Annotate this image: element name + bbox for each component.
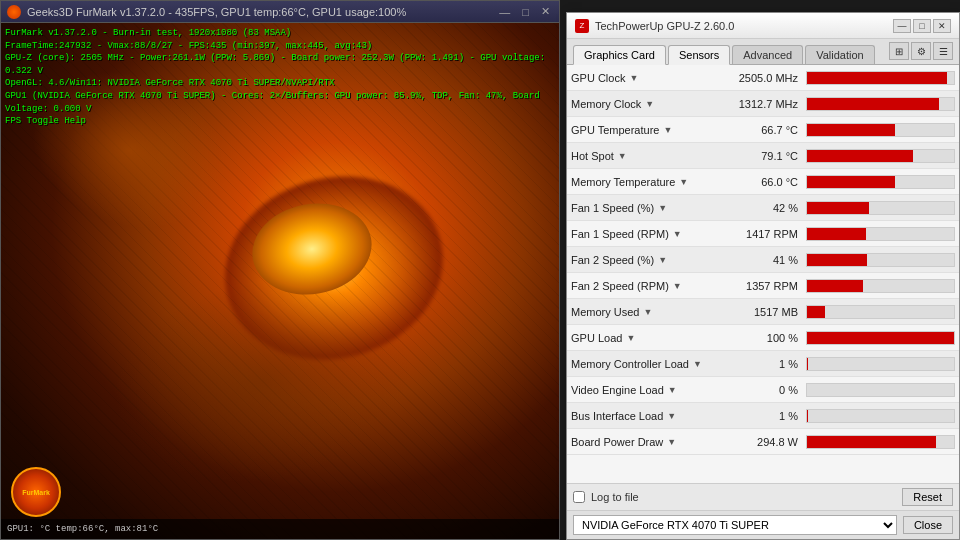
close-button[interactable]: Close (903, 516, 953, 534)
sensor-row-7: Fan 2 Speed (%) ▼41 % (567, 247, 959, 273)
sensor-row-8: Fan 2 Speed (RPM) ▼1357 RPM (567, 273, 959, 299)
dropdown-icon-13[interactable]: ▼ (667, 411, 676, 421)
sensor-value-2: 66.7 °C (726, 124, 806, 136)
furmark-titlebar[interactable]: Geeks3D FurMark v1.37.2.0 - 435FPS, GPU1… (1, 1, 559, 23)
gpuz-maximize-btn[interactable]: □ (913, 19, 931, 33)
furmark-title: Geeks3D FurMark v1.37.2.0 - 435FPS, GPU1… (27, 6, 490, 18)
furmark-maximize-btn[interactable]: □ (519, 6, 532, 18)
sensor-value-7: 41 % (726, 254, 806, 266)
gpuz-titlebar[interactable]: Z TechPowerUp GPU-Z 2.60.0 — □ ✕ (567, 13, 959, 39)
dropdown-icon-14[interactable]: ▼ (667, 437, 676, 447)
dropdown-icon-12[interactable]: ▼ (668, 385, 677, 395)
sensor-bar-10 (806, 331, 955, 345)
sensor-bar-fill-7 (807, 254, 867, 266)
dropdown-icon-4[interactable]: ▼ (679, 177, 688, 187)
sensor-row-11: Memory Controller Load ▼1 % (567, 351, 959, 377)
gpu-select[interactable]: NVIDIA GeForce RTX 4070 Ti SUPER (573, 515, 897, 535)
sensor-bar-1 (806, 97, 955, 111)
dropdown-icon-0[interactable]: ▼ (629, 73, 638, 83)
gpuz-grid-btn[interactable]: ⊞ (889, 42, 909, 60)
sensor-bar-fill-1 (807, 98, 939, 110)
sensor-bar-13 (806, 409, 955, 423)
sensor-name-5: Fan 1 Speed (%) ▼ (571, 202, 726, 214)
dropdown-icon-7[interactable]: ▼ (658, 255, 667, 265)
dropdown-icon-3[interactable]: ▼ (618, 151, 627, 161)
sensor-name-10: GPU Load ▼ (571, 332, 726, 344)
sensor-bar-2 (806, 123, 955, 137)
dropdown-icon-1[interactable]: ▼ (645, 99, 654, 109)
dropdown-icon-6[interactable]: ▼ (673, 229, 682, 239)
tab-advanced[interactable]: Advanced (732, 45, 803, 64)
sensor-bar-fill-6 (807, 228, 866, 240)
sensor-bar-fill-4 (807, 176, 895, 188)
sensor-value-11: 1 % (726, 358, 806, 370)
log-to-file-checkbox[interactable] (573, 491, 585, 503)
sensor-value-5: 42 % (726, 202, 806, 214)
gpuz-gear-btn[interactable]: ⚙ (911, 42, 931, 60)
sensor-name-9: Memory Used ▼ (571, 306, 726, 318)
dropdown-icon-10[interactable]: ▼ (626, 333, 635, 343)
sensor-value-3: 79.1 °C (726, 150, 806, 162)
sensor-row-3: Hot Spot ▼79.1 °C (567, 143, 959, 169)
gpuz-minimize-btn[interactable]: — (893, 19, 911, 33)
furmark-overlay-text: FurMark v1.37.2.0 - Burn-in test, 1920x1… (5, 27, 559, 128)
furmark-logo: FurMark (11, 467, 61, 517)
sensor-name-1: Memory Clock ▼ (571, 98, 726, 110)
sensor-bar-fill-2 (807, 124, 895, 136)
tab-sensors[interactable]: Sensors (668, 45, 730, 65)
sensor-bar-fill-10 (807, 332, 954, 344)
dropdown-icon-2[interactable]: ▼ (663, 125, 672, 135)
sensor-row-0: GPU Clock ▼2505.0 MHz (567, 65, 959, 91)
sensor-name-14: Board Power Draw ▼ (571, 436, 726, 448)
sensor-value-14: 294.8 W (726, 436, 806, 448)
tab-validation[interactable]: Validation (805, 45, 875, 64)
gpuz-close-btn[interactable]: ✕ (933, 19, 951, 33)
furmark-icon (7, 5, 21, 19)
sensor-value-13: 1 % (726, 410, 806, 422)
dropdown-icon-5[interactable]: ▼ (658, 203, 667, 213)
sensor-value-4: 66.0 °C (726, 176, 806, 188)
sensor-bar-fill-9 (807, 306, 825, 318)
sensor-name-0: GPU Clock ▼ (571, 72, 726, 84)
gpuz-title: TechPowerUp GPU-Z 2.60.0 (595, 20, 887, 32)
furmark-minimize-btn[interactable]: — (496, 6, 513, 18)
sensor-name-12: Video Engine Load ▼ (571, 384, 726, 396)
sensor-value-12: 0 % (726, 384, 806, 396)
sensor-row-5: Fan 1 Speed (%) ▼42 % (567, 195, 959, 221)
sensor-name-8: Fan 2 Speed (RPM) ▼ (571, 280, 726, 292)
furmark-close-btn[interactable]: ✕ (538, 5, 553, 18)
sensor-row-14: Board Power Draw ▼294.8 W (567, 429, 959, 455)
sensor-bar-7 (806, 253, 955, 267)
reset-button[interactable]: Reset (902, 488, 953, 506)
gpuz-window-buttons: — □ ✕ (893, 19, 951, 33)
sensor-row-9: Memory Used ▼1517 MB (567, 299, 959, 325)
sensor-row-6: Fan 1 Speed (RPM) ▼1417 RPM (567, 221, 959, 247)
sensor-name-11: Memory Controller Load ▼ (571, 358, 726, 370)
gpuz-menu-btn[interactable]: ☰ (933, 42, 953, 60)
sensor-value-1: 1312.7 MHz (726, 98, 806, 110)
sensor-bar-fill-5 (807, 202, 869, 214)
log-to-file-label: Log to file (591, 491, 896, 503)
sensor-bar-8 (806, 279, 955, 293)
dropdown-icon-11[interactable]: ▼ (693, 359, 702, 369)
sensor-value-10: 100 % (726, 332, 806, 344)
furmark-bottom-text: GPU1: °C temp:66°C, max:81°C (7, 524, 158, 534)
sensor-bar-fill-14 (807, 436, 936, 448)
dropdown-icon-8[interactable]: ▼ (673, 281, 682, 291)
gpuz-footer: Log to file Reset (567, 483, 959, 510)
sensor-value-8: 1357 RPM (726, 280, 806, 292)
furmark-bottom-bar: GPU1: °C temp:66°C, max:81°C (1, 519, 559, 539)
sensor-value-0: 2505.0 MHz (726, 72, 806, 84)
sensor-bar-6 (806, 227, 955, 241)
sensor-row-2: GPU Temperature ▼66.7 °C (567, 117, 959, 143)
gpuz-sensors-list: GPU Clock ▼2505.0 MHzMemory Clock ▼1312.… (567, 65, 959, 483)
sensor-bar-14 (806, 435, 955, 449)
dropdown-icon-9[interactable]: ▼ (643, 307, 652, 317)
tab-graphics-card[interactable]: Graphics Card (573, 45, 666, 65)
sensor-name-2: GPU Temperature ▼ (571, 124, 726, 136)
sensor-bar-12 (806, 383, 955, 397)
sensor-bar-5 (806, 201, 955, 215)
sensor-bar-fill-3 (807, 150, 913, 162)
furmark-window: Geeks3D FurMark v1.37.2.0 - 435FPS, GPU1… (0, 0, 560, 540)
sensor-bar-fill-13 (807, 410, 808, 422)
